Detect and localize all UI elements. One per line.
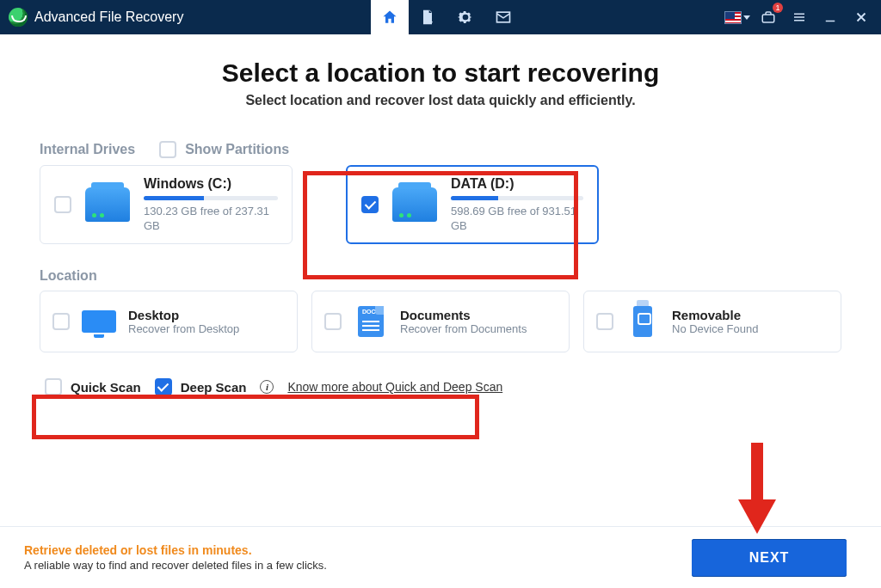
location-checkbox[interactable] <box>324 313 342 330</box>
drive-usage-bar <box>144 196 204 200</box>
toolbox-button[interactable]: 1 <box>755 4 781 30</box>
drive-checkbox[interactable] <box>54 196 71 213</box>
location-checkbox[interactable] <box>596 313 613 330</box>
tab-file-search[interactable] <box>409 0 447 34</box>
menu-button[interactable] <box>786 4 812 30</box>
location-label: Location <box>40 268 841 284</box>
gear-icon <box>457 9 474 26</box>
close-button[interactable] <box>848 4 874 30</box>
location-name: Removable <box>672 308 758 322</box>
drive-icon <box>392 187 437 222</box>
location-name: Documents <box>400 308 527 322</box>
footer: Retrieve deleted or lost files in minute… <box>0 526 881 588</box>
annotation-arrow-icon <box>731 443 783 537</box>
show-partitions-checkbox[interactable] <box>159 141 176 158</box>
flag-us-icon <box>724 11 742 24</box>
mail-icon <box>495 9 512 26</box>
document-icon: DOC <box>358 306 384 337</box>
tab-mail[interactable] <box>484 0 522 34</box>
file-search-icon <box>419 9 436 26</box>
quick-scan-label: Quick Scan <box>71 380 141 395</box>
svg-rect-2 <box>762 15 774 22</box>
tab-settings[interactable] <box>447 0 484 34</box>
minimize-button[interactable] <box>817 4 843 30</box>
home-icon <box>381 9 398 26</box>
show-partitions-label: Show Partitions <box>185 142 289 157</box>
minimize-icon <box>822 9 838 25</box>
location-card-desktop[interactable]: Desktop Recover from Desktop <box>40 291 298 352</box>
notification-badge: 1 <box>773 3 783 13</box>
quick-scan-checkbox[interactable] <box>45 378 62 395</box>
drive-name: DATA (D:) <box>451 176 583 192</box>
main-content: Select a location to start recovering Se… <box>0 34 881 411</box>
page-subtitle: Select location and recover lost data qu… <box>40 93 841 108</box>
location-sub: Recover from Desktop <box>128 322 239 335</box>
drive-meta: 130.23 GB free of 237.31 <box>144 205 269 217</box>
tab-home[interactable] <box>371 0 409 34</box>
internal-drives-label: Internal Drives <box>40 142 135 157</box>
deep-scan-label: Deep Scan <box>181 380 247 395</box>
drive-card-windows-c[interactable]: Windows (C:) 130.23 GB free of 237.31GB <box>40 165 293 244</box>
app-logo-icon <box>9 8 28 27</box>
scan-options: Quick Scan Deep Scan i Know more about Q… <box>40 371 841 402</box>
hamburger-icon <box>792 9 807 25</box>
next-button[interactable]: NEXT <box>692 539 847 577</box>
location-checkbox[interactable] <box>52 313 70 330</box>
chevron-down-icon <box>743 15 750 20</box>
usb-icon <box>633 306 652 337</box>
footer-sub: A reliable way to find and recover delet… <box>24 559 327 572</box>
location-card-removable[interactable]: Removable No Device Found <box>583 291 841 352</box>
app-title: Advanced File Recovery <box>34 9 183 25</box>
drive-checkbox[interactable] <box>361 196 379 213</box>
drive-usage-bar <box>451 196 498 200</box>
info-icon: i <box>260 380 274 394</box>
drive-meta: 598.69 GB free of 931.51 <box>451 205 576 217</box>
drive-name: Windows (C:) <box>144 176 278 192</box>
desktop-icon <box>82 310 116 333</box>
deep-scan-checkbox[interactable] <box>155 378 172 395</box>
language-button[interactable] <box>724 4 750 30</box>
footer-headline: Retrieve deleted or lost files in minute… <box>24 543 327 557</box>
titlebar: Advanced File Recovery 1 <box>0 0 881 34</box>
page-title: Select a location to start recovering <box>40 58 841 88</box>
location-sub: No Device Found <box>672 322 758 335</box>
location-card-documents[interactable]: DOC Documents Recover from Documents <box>311 291 570 352</box>
drive-icon <box>85 187 130 222</box>
drive-card-data-d[interactable]: DATA (D:) 598.69 GB free of 931.51GB <box>346 165 599 244</box>
location-name: Desktop <box>128 308 239 322</box>
scan-info-link[interactable]: Know more about Quick and Deep Scan <box>287 380 502 394</box>
location-sub: Recover from Documents <box>400 322 527 335</box>
close-icon <box>853 9 869 25</box>
